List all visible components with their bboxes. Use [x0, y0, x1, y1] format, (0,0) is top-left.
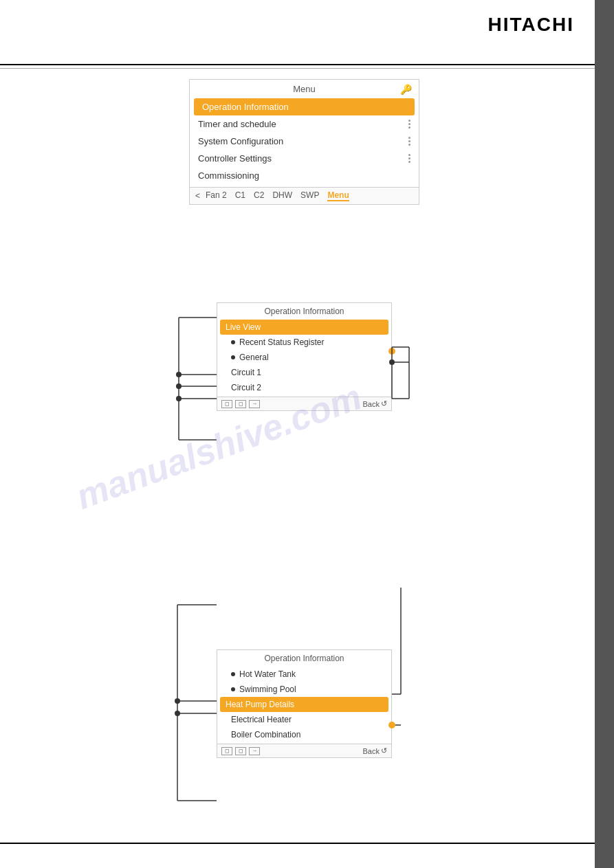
- menu-item-label: Operation Information: [202, 102, 289, 112]
- op-items-list-mid: Live View Recent Status Register General…: [217, 318, 391, 397]
- op-item-label: Circuit 1: [231, 368, 261, 377]
- op-nav-bar-bot: ◻ ◻ → Back ↺: [217, 744, 391, 757]
- back-button-bot[interactable]: Back ↺: [363, 746, 387, 755]
- menu-panel: Menu 🔑 Operation Information Timer and s…: [189, 79, 419, 205]
- three-dots-icon: [408, 120, 410, 129]
- op-title-bot: Operation Information: [217, 650, 391, 665]
- brand-logo: HITACHI: [488, 14, 574, 36]
- svg-point-6: [176, 372, 182, 377]
- bullet-icon: [231, 340, 235, 344]
- op-panel-middle: Operation Information Live View Recent S…: [217, 302, 392, 411]
- three-dots-icon: [408, 154, 410, 163]
- nav-icon-2[interactable]: ◻: [235, 400, 246, 408]
- menu-nav-bar: < Fan 2 C1 C2 DHW SWP Menu: [190, 187, 419, 204]
- back-label-text: Back: [363, 400, 380, 408]
- header-line-1: [0, 64, 595, 65]
- nav-back-arrow[interactable]: <: [195, 191, 200, 201]
- op-nav-bar-mid: ◻ ◻ → Back ↺: [217, 397, 391, 410]
- op-item-label: Heat Pump Details: [226, 700, 294, 709]
- svg-point-7: [176, 383, 182, 389]
- nav-icon-1-bot[interactable]: ◻: [221, 747, 232, 755]
- op-nav-icons: ◻ ◻ →: [221, 400, 260, 408]
- op-panel-bottom: Operation Information Hot Water Tank Swi…: [217, 649, 392, 758]
- sidebar-tab: [595, 0, 614, 868]
- op-title-mid: Operation Information: [217, 303, 391, 318]
- svg-point-20: [175, 698, 180, 704]
- op-item-label: Swimming Pool: [239, 685, 296, 694]
- op-item-general[interactable]: General: [217, 350, 391, 365]
- nav-icon-2-bot[interactable]: ◻: [235, 747, 246, 755]
- menu-item-operation-information[interactable]: Operation Information: [194, 98, 415, 115]
- back-arrow-icon: ↺: [381, 399, 387, 408]
- nav-item-swp[interactable]: SWP: [300, 190, 319, 201]
- op-item-label: Boiler Combination: [231, 730, 300, 739]
- back-button-mid[interactable]: Back ↺: [363, 399, 387, 408]
- op-item-label: Recent Status Register: [239, 337, 324, 347]
- op-item-label: Hot Water Tank: [239, 669, 296, 679]
- nav-item-dhw[interactable]: DHW: [272, 190, 292, 201]
- nav-item-c1[interactable]: C1: [235, 190, 245, 201]
- svg-point-8: [176, 396, 182, 401]
- op-items-list-bot: Hot Water Tank Swimming Pool Heat Pump D…: [217, 665, 391, 744]
- op-item-label: Live View: [226, 322, 261, 332]
- bullet-icon: [231, 687, 235, 691]
- nav-item-c2[interactable]: C2: [254, 190, 264, 201]
- op-item-label: General: [239, 353, 269, 362]
- op-item-circuit2[interactable]: Circuit 2: [217, 380, 391, 395]
- back-label-text-bot: Back: [363, 747, 380, 755]
- header-line-2: [0, 68, 595, 69]
- op-item-live-view[interactable]: Live View: [220, 320, 388, 335]
- menu-item-timer[interactable]: Timer and schedule: [190, 115, 419, 133]
- menu-item-label: Controller Settings: [198, 153, 272, 164]
- svg-point-21: [175, 711, 180, 716]
- header: HITACHI: [0, 0, 595, 76]
- menu-item-label: System Configuration: [198, 136, 283, 146]
- nav-item-menu[interactable]: Menu: [327, 190, 349, 201]
- nav-icon-3[interactable]: →: [249, 400, 260, 408]
- nav-items-list: Fan 2 C1 C2 DHW SWP Menu: [206, 190, 413, 201]
- menu-item-system-config[interactable]: System Configuration: [190, 133, 419, 150]
- three-dots-icon: [408, 137, 410, 146]
- op-item-heat-pump-details[interactable]: Heat Pump Details: [220, 697, 388, 712]
- nav-item-fan2[interactable]: Fan 2: [206, 190, 227, 201]
- op-item-recent-status[interactable]: Recent Status Register: [217, 335, 391, 350]
- bullet-icon: [231, 355, 235, 359]
- op-item-electrical-heater[interactable]: Electrical Heater: [217, 712, 391, 727]
- menu-item-controller-settings[interactable]: Controller Settings: [190, 150, 419, 167]
- menu-item-label: Commissioning: [198, 170, 259, 181]
- op-item-swimming-pool[interactable]: Swimming Pool: [217, 682, 391, 697]
- op-item-label: Electrical Heater: [231, 715, 292, 724]
- op-item-circuit1[interactable]: Circuit 1: [217, 365, 391, 380]
- menu-items-list: Operation Information Timer and schedule…: [190, 97, 419, 187]
- op-nav-icons-bot: ◻ ◻ →: [221, 747, 260, 755]
- nav-icon-3-bot[interactable]: →: [249, 747, 260, 755]
- op-item-hot-water-tank[interactable]: Hot Water Tank: [217, 667, 391, 682]
- nav-icon-1[interactable]: ◻: [221, 400, 232, 408]
- op-item-label: Circuit 2: [231, 383, 261, 392]
- bottom-line: [0, 843, 595, 844]
- back-arrow-icon-bot: ↺: [381, 746, 387, 755]
- menu-item-label: Timer and schedule: [198, 119, 276, 129]
- bullet-icon: [231, 672, 235, 676]
- lock-icon: 🔑: [400, 84, 412, 95]
- op-item-boiler-combination[interactable]: Boiler Combination: [217, 727, 391, 742]
- menu-item-commissioning[interactable]: Commissioning: [190, 167, 419, 184]
- menu-title: Menu: [190, 80, 419, 97]
